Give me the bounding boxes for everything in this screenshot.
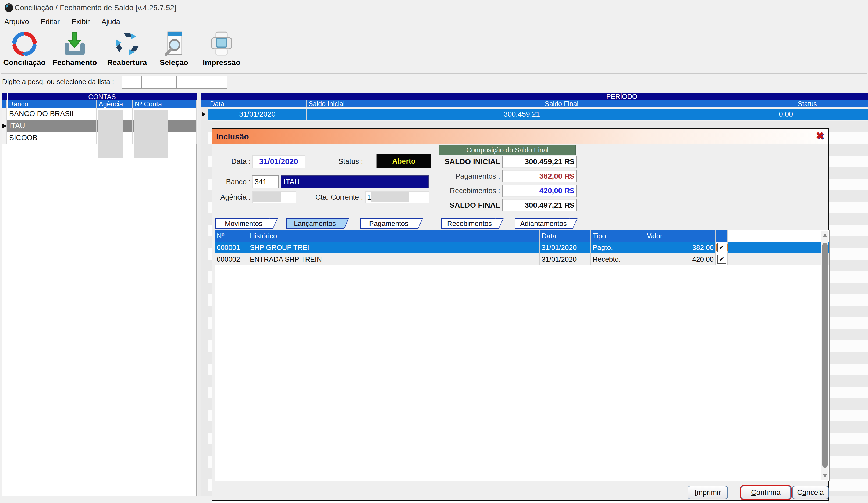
cell-tipo: Recebto.	[591, 253, 645, 265]
cell-data: 31/01/2020	[540, 242, 591, 253]
periodo-col-saldo-inicial[interactable]: Saldo Inicial	[307, 100, 543, 107]
data-field[interactable]: 31/01/2020	[252, 155, 305, 168]
dialog-title-bar[interactable]: Inclusão ✖	[213, 129, 828, 144]
data-label: Data :	[215, 155, 251, 168]
scrollbar-thumb[interactable]	[822, 243, 828, 468]
checkbox-checked-icon[interactable]	[717, 255, 726, 264]
banco-name-value: ITAU	[284, 178, 300, 186]
fechamento-button[interactable]: Fechamento	[49, 30, 100, 72]
contas-group-header: CONTAS	[8, 93, 197, 100]
periodo-row-selected[interactable]: 31/01/2020 300.459,21 0,00	[208, 108, 868, 120]
row-marker-icon	[202, 112, 206, 117]
pagamentos-value: 382,00 R$	[502, 170, 577, 182]
tab-movimentos[interactable]: Movimentos	[215, 218, 271, 229]
tab-pagamentos[interactable]: Pagamentos	[360, 218, 417, 229]
search-label: Digite a pesq. ou selecione da lista :	[2, 74, 114, 89]
menu-ajuda[interactable]: Ajuda	[97, 15, 128, 28]
cta-corrente-field[interactable]: 1	[365, 191, 429, 203]
col-tipo[interactable]: Tipo	[591, 230, 645, 242]
col-valor[interactable]: Valor	[645, 230, 716, 242]
saldo-inicial-value: 300.459,21 R$	[502, 156, 577, 168]
table-row[interactable]: 000002 ENTRADA SHP TREIN 31/01/2020 Rece…	[215, 253, 829, 265]
redacted-agencia-value	[253, 192, 281, 202]
contas-col-conta[interactable]: Nº Conta	[133, 101, 197, 108]
recebimentos-label: Recebimentos :	[422, 185, 500, 197]
impressao-button[interactable]: Impressão	[197, 30, 246, 72]
printer-icon	[208, 30, 236, 58]
contas-cell-banco: SICOOB	[7, 132, 96, 144]
tab-recebimentos[interactable]: Recebimentos	[441, 218, 497, 229]
col-historico[interactable]: Histórico	[248, 230, 540, 242]
toolbar-button-label: Impressão	[203, 58, 240, 67]
periodo-cell-saldo-final: 0,00	[543, 108, 796, 120]
recebimentos-value: 420,00 R$	[502, 185, 577, 197]
menu-editar[interactable]: Editar	[37, 15, 68, 28]
periodo-col-saldo-final[interactable]: Saldo Final	[543, 100, 796, 107]
col-num[interactable]: Nº	[215, 230, 248, 242]
cta-corrente-value: 1	[367, 193, 371, 201]
cell-num: 000001	[215, 242, 248, 253]
menu-arquivo[interactable]: Arquivo	[0, 15, 37, 28]
periodo-cell-data: 31/01/2020	[208, 108, 307, 120]
tab-lancamentos[interactable]: Lançamentos	[286, 218, 343, 229]
contas-selector-band	[2, 93, 7, 100]
col-data[interactable]: Data	[540, 230, 591, 242]
cell-check[interactable]	[716, 253, 728, 265]
imprimir-button[interactable]: Imprimir	[688, 486, 728, 499]
lancamentos-table: Nº Histórico Data Tipo Valor . 000001 SH…	[215, 230, 829, 481]
tab-adiantamentos[interactable]: Adiantamentos	[515, 218, 571, 229]
scroll-down-icon[interactable]	[823, 474, 827, 478]
document-magnifier-icon	[160, 30, 188, 58]
search-input-account[interactable]	[176, 76, 227, 89]
col-check[interactable]: .	[716, 230, 728, 242]
checkbox-checked-icon[interactable]	[717, 243, 726, 252]
cta-corrente-label: Cta. Corrente :	[309, 191, 363, 203]
cell-valor: 382,00	[645, 242, 716, 253]
search-input-agency[interactable]	[142, 76, 177, 89]
search-input-code[interactable]	[122, 76, 142, 89]
dialog-title: Inclusão	[216, 132, 249, 142]
periodo-col-status[interactable]: Status	[796, 100, 868, 107]
composicao-header: Composição do Saldo Final	[439, 145, 576, 155]
confirma-button[interactable]: Confirma	[741, 486, 791, 499]
agencia-field[interactable]	[252, 191, 296, 203]
periodo-col-data[interactable]: Data	[208, 100, 307, 107]
row-marker-icon	[2, 124, 7, 128]
cell-check[interactable]	[716, 242, 728, 253]
toolbar-button-label: Seleção	[160, 58, 188, 67]
table-row-selected[interactable]: 000001 SHP GROUP TREI 31/01/2020 Pagto. …	[215, 242, 829, 253]
status-label: Status :	[326, 155, 363, 168]
conciliacao-button[interactable]: Conciliação	[3, 30, 46, 72]
recycle-icon	[113, 30, 141, 58]
menu-exibir[interactable]: Exibir	[67, 15, 97, 28]
under-dialog-strip	[213, 501, 828, 503]
cell-tipo: Pagto.	[591, 242, 645, 253]
title-bar: Conciliação / Fechamento de Saldo [v.4.2…	[0, 0, 868, 15]
saldo-final-value: 300.497,21 R$	[502, 199, 577, 211]
redacted-cta-value	[371, 192, 409, 202]
data-value: 31/01/2020	[259, 157, 298, 166]
toolbar: Conciliação Fechamento	[1, 28, 867, 74]
composicao-title: Composição do Saldo Final	[466, 146, 549, 154]
menu-bar: Arquivo Editar Exibir Ajuda	[0, 15, 868, 28]
reabertura-button[interactable]: Reabertura	[104, 30, 151, 72]
selecao-button[interactable]: Seleção	[154, 30, 194, 72]
cancela-button[interactable]: Cancela	[792, 486, 829, 499]
contas-col-agencia[interactable]: Agência	[97, 101, 133, 108]
sync-arrows-icon	[10, 30, 39, 58]
vertical-scrollbar[interactable]	[821, 231, 828, 480]
banco-code-value: 341	[255, 178, 267, 186]
close-icon[interactable]: ✖	[816, 130, 824, 142]
saldo-final-label: SALDO FINAL	[422, 199, 500, 211]
redacted-agencia-block	[97, 110, 123, 158]
banco-name-field: ITAU	[281, 176, 428, 188]
app-logo-icon	[4, 3, 14, 13]
inclusao-dialog: Inclusão ✖ Data : 31/01/2020 Status : Ab…	[211, 128, 829, 501]
periodo-cell-status	[796, 108, 868, 120]
contas-col-banco[interactable]: Banco	[8, 101, 96, 108]
scroll-up-icon[interactable]	[823, 233, 827, 237]
banco-code-field[interactable]: 341	[252, 176, 279, 188]
download-tray-icon	[61, 30, 89, 58]
toolbar-button-label: Reabertura	[107, 58, 147, 67]
table-splitter[interactable]	[198, 93, 201, 496]
